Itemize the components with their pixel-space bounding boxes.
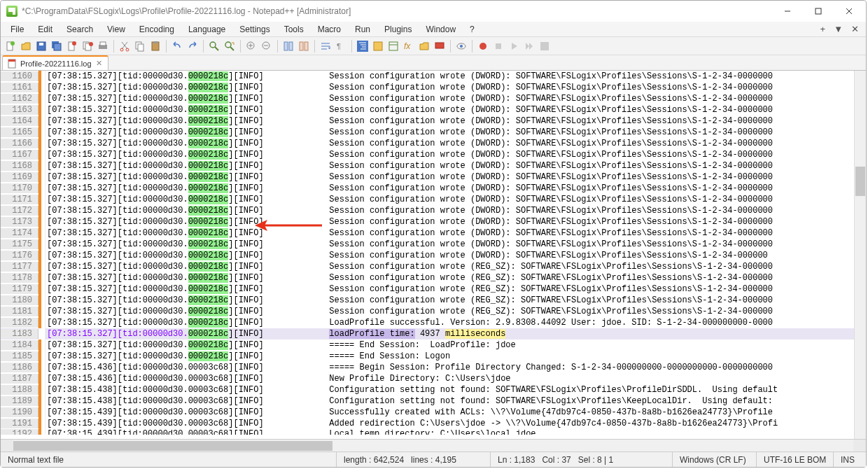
log-line[interactable]: 1182[07:38:15.327][tid:00000d30.0000218c… (1, 317, 866, 328)
redo-icon[interactable] (186, 39, 200, 53)
minimize-button[interactable] (772, 1, 803, 21)
menu-run[interactable]: Run (348, 23, 377, 36)
log-line[interactable]: 1172[07:38:15.327][tid:00000d30.0000218c… (1, 205, 866, 216)
horizontal-scrollbar[interactable] (1, 439, 866, 451)
menu-settings[interactable]: Settings (232, 23, 276, 36)
log-line[interactable]: 1178[07:38:15.327][tid:00000d30.0000218c… (1, 272, 866, 284)
log-line[interactable]: 1188[07:38:15.438][tid:00000d30.00003c68… (1, 384, 866, 396)
word-wrap-icon[interactable] (318, 39, 332, 53)
new-file-icon[interactable] (4, 39, 18, 53)
change-marker (38, 227, 46, 239)
log-line[interactable]: 1177[07:38:15.327][tid:00000d30.0000218c… (1, 261, 866, 272)
folder-icon[interactable] (417, 39, 431, 53)
log-line[interactable]: 1171[07:38:15.327][tid:00000d30.0000218c… (1, 194, 866, 205)
menu-search[interactable]: Search (59, 23, 100, 36)
menu-plugins[interactable]: Plugins (377, 23, 419, 36)
cut-icon[interactable] (118, 39, 132, 53)
save-icon[interactable] (34, 39, 48, 53)
func-list-icon[interactable]: fx (402, 39, 416, 53)
log-line[interactable]: 1166[07:38:15.327][tid:00000d30.0000218c… (1, 138, 866, 149)
log-line[interactable]: 1176[07:38:15.327][tid:00000d30.0000218c… (1, 250, 866, 261)
vertical-scrollbar[interactable] (854, 71, 866, 439)
log-line[interactable]: 1190[07:38:15.439][tid:00000d30.00003c68… (1, 407, 866, 418)
undo-icon[interactable] (170, 39, 184, 53)
monitor-icon[interactable] (433, 39, 447, 53)
statusbar: Normal text file length : 642,524 lines … (1, 451, 866, 467)
menu-encoding[interactable]: Encoding (132, 23, 181, 36)
zoom-out-icon[interactable] (260, 39, 274, 53)
log-line[interactable]: 1168[07:38:15.327][tid:00000d30.0000218c… (1, 160, 866, 172)
log-line[interactable]: 1160[07:38:15.327][tid:00000d30.0000218c… (1, 71, 866, 82)
menu-tools[interactable]: Tools (277, 23, 311, 36)
menu-file[interactable]: File (4, 23, 31, 36)
log-line[interactable]: 1175[07:38:15.327][tid:00000d30.0000218c… (1, 239, 866, 250)
log-line[interactable]: 1170[07:38:15.327][tid:00000d30.0000218c… (1, 183, 866, 194)
menu-edit[interactable]: Edit (31, 23, 59, 36)
playfast-icon[interactable] (522, 39, 536, 53)
line-content: [07:38:15.327][tid:00000d30.0000218c][IN… (46, 105, 866, 115)
line-number: 1175 (1, 239, 38, 249)
lang-icon[interactable] (371, 39, 385, 53)
sync-scroll2-icon[interactable] (297, 39, 311, 53)
menu-dropdown-icon[interactable]: ▼ (830, 24, 847, 34)
log-line[interactable]: 1161[07:38:15.327][tid:00000d30.0000218c… (1, 82, 866, 93)
log-line[interactable]: 1189[07:38:15.438][tid:00000d30.00003c68… (1, 396, 866, 407)
log-line[interactable]: 1184[07:38:15.327][tid:00000d30.0000218c… (1, 340, 866, 351)
menu-language[interactable]: Language (181, 23, 232, 36)
log-line[interactable]: 1173[07:38:15.327][tid:00000d30.0000218c… (1, 216, 866, 227)
record-icon[interactable] (476, 39, 490, 53)
log-line[interactable]: 1183[07:38:15.327][tid:00000d30.0000218c… (1, 328, 866, 340)
stop-icon[interactable] (491, 39, 505, 53)
close-all-icon[interactable] (80, 39, 94, 53)
window-title: *C:\ProgramData\FSLogix\Logs\Profile\Pro… (22, 6, 772, 16)
log-line[interactable]: 1180[07:38:15.327][tid:00000d30.0000218c… (1, 295, 866, 306)
menu-macro[interactable]: Macro (311, 23, 348, 36)
log-line[interactable]: 1167[07:38:15.327][tid:00000d30.0000218c… (1, 149, 866, 160)
svg-line-24 (215, 47, 218, 50)
svg-rect-34 (304, 42, 308, 50)
menu-window[interactable]: Window (419, 23, 463, 36)
editor[interactable]: 1160[07:38:15.327][tid:00000d30.0000218c… (1, 71, 866, 451)
copy-icon[interactable] (133, 39, 147, 53)
tab-close-icon[interactable]: ✕ (95, 59, 104, 68)
log-line[interactable]: 1186[07:38:15.436][tid:00000d30.00003c68… (1, 362, 866, 373)
open-file-icon[interactable] (19, 39, 33, 53)
paste-icon[interactable] (148, 39, 162, 53)
line-number: 1162 (1, 94, 38, 104)
log-line[interactable]: 1191[07:38:15.439][tid:00000d30.00003c68… (1, 418, 866, 429)
log-line[interactable]: 1169[07:38:15.327][tid:00000d30.0000218c… (1, 172, 866, 183)
close-file-icon[interactable] (65, 39, 79, 53)
log-line[interactable]: 1163[07:38:15.327][tid:00000d30.0000218c… (1, 104, 866, 115)
eye-icon[interactable] (454, 39, 468, 53)
line-number: 1173 (1, 217, 38, 227)
log-line[interactable]: 1192[07:38:15.439][tid:00000d30.00003c68… (1, 429, 866, 435)
play-icon[interactable] (507, 39, 521, 53)
save-all-icon[interactable] (50, 39, 64, 53)
change-marker (38, 172, 46, 183)
line-content: [07:38:15.327][tid:00000d30.0000218c][IN… (46, 83, 866, 92)
log-line[interactable]: 1181[07:38:15.327][tid:00000d30.0000218c… (1, 306, 866, 317)
log-line[interactable]: 1187[07:38:15.436][tid:00000d30.00003c68… (1, 373, 866, 384)
log-line[interactable]: 1162[07:38:15.327][tid:00000d30.0000218c… (1, 93, 866, 104)
close-button[interactable] (834, 1, 864, 21)
log-line[interactable]: 1185[07:38:15.327][tid:00000d30.0000218c… (1, 351, 866, 362)
log-line[interactable]: 1174[07:38:15.327][tid:00000d30.0000218c… (1, 227, 866, 239)
all-chars-icon[interactable]: ¶ (334, 39, 348, 53)
sync-scroll-icon[interactable] (281, 39, 295, 53)
print-icon[interactable] (96, 39, 110, 53)
find-icon[interactable] (207, 39, 221, 53)
save-macro-icon[interactable] (538, 39, 552, 53)
doc-map-icon[interactable] (386, 39, 400, 53)
zoom-in-icon[interactable] (244, 39, 258, 53)
log-line[interactable]: 1165[07:38:15.327][tid:00000d30.0000218c… (1, 127, 866, 138)
file-tab[interactable]: Profile-20221116.log ✕ (2, 55, 108, 70)
menu-close-icon[interactable]: ✕ (847, 24, 863, 34)
menu-plus-icon[interactable]: + (816, 24, 830, 34)
indent-guide-icon[interactable] (356, 39, 370, 53)
replace-icon[interactable] (223, 39, 237, 53)
log-line[interactable]: 1179[07:38:15.327][tid:00000d30.0000218c… (1, 284, 866, 295)
log-line[interactable]: 1164[07:38:15.327][tid:00000d30.0000218c… (1, 115, 866, 127)
menu-view[interactable]: View (100, 23, 132, 36)
maximize-button[interactable] (803, 1, 834, 21)
menu-[interactable]: ? (463, 23, 482, 36)
